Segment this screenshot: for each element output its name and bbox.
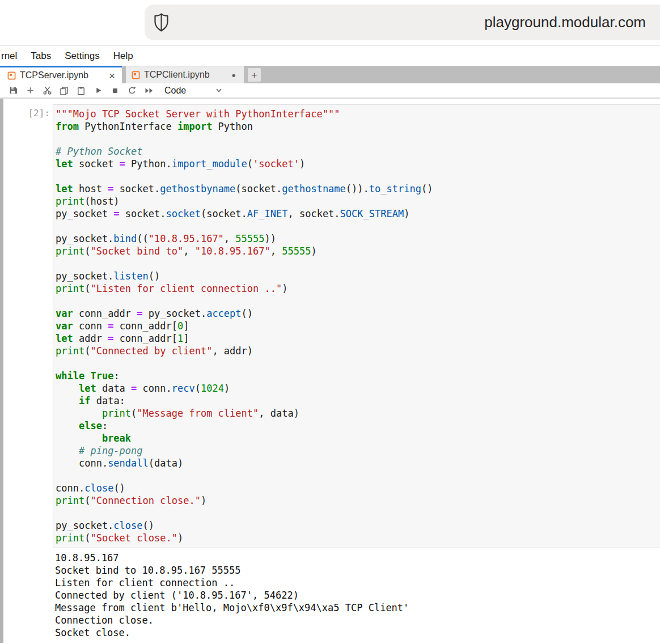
url-text[interactable]: playground.modular.com — [170, 14, 660, 31]
output-line: Connection close. — [55, 614, 660, 626]
code-line — [56, 257, 660, 270]
code-line: print("Socket close.") — [56, 532, 660, 544]
output-line: Socket close. — [55, 626, 660, 639]
tab-label: TCPClient.ipynb — [144, 70, 231, 80]
code-editor[interactable]: """Mojo TCP Socket Server with PythonInt… — [53, 104, 660, 548]
code-line — [56, 133, 660, 145]
code-line: print("Listen for client connection ..") — [56, 282, 660, 295]
code-line: print("Socket bind to", "10.8.95.167", 5… — [56, 245, 660, 257]
notebook-panel: [2]: """Mojo TCP Socket Server with Pyth… — [0, 99, 660, 643]
code-line: var conn_addr = py_socket.accept() — [56, 307, 660, 320]
address-bar[interactable]: playground.modular.com — [145, 5, 660, 40]
menu-bar: rnel Tabs Settings Help — [0, 45, 660, 66]
code-line: print(host) — [56, 195, 660, 207]
output-line: Socket bind to 10.8.95.167 55555 — [55, 564, 660, 577]
browser-chrome: playground.modular.com — [0, 0, 660, 45]
paste-cell-icon[interactable] — [73, 84, 90, 98]
code-line: from PythonInterface import Python — [56, 120, 660, 133]
code-line: else: — [56, 420, 660, 432]
run-all-icon[interactable] — [141, 84, 158, 98]
copy-cell-icon[interactable] — [56, 84, 73, 98]
output-line: 10.8.95.167 — [55, 552, 660, 564]
notebook-toolbar: Code — [0, 83, 660, 99]
code-line: py_socket.close() — [56, 519, 660, 532]
code-line: if data: — [56, 395, 660, 407]
code-line — [56, 170, 660, 183]
code-line — [56, 295, 660, 307]
cell-type-dropdown[interactable]: Code — [164, 86, 222, 96]
execution-prompt: [2]: — [0, 104, 53, 548]
save-icon[interactable] — [5, 84, 22, 98]
code-line: """Mojo TCP Socket Server with PythonInt… — [56, 108, 660, 120]
document-tab-bar: TCPServer.ipynb × TCPClient.ipynb ● + — [0, 66, 660, 83]
tab-tcpclient[interactable]: TCPClient.ipynb ● — [126, 66, 244, 83]
add-cell-icon[interactable] — [22, 84, 39, 98]
code-line — [56, 220, 660, 232]
cell-type-label: Code — [164, 86, 186, 96]
code-line: let data = conn.recv(1024) — [56, 382, 660, 395]
code-line: py_socket = socket.socket(socket.AF_INET… — [56, 207, 660, 220]
menu-settings[interactable]: Settings — [65, 50, 99, 62]
new-tab-button[interactable]: + — [248, 68, 261, 82]
code-line: py_socket.bind(("10.8.95.167", 55555)) — [56, 232, 660, 245]
unsaved-dot-icon: ● — [231, 71, 236, 79]
cut-cell-icon[interactable] — [39, 84, 56, 98]
code-line: # Python Socket — [56, 145, 660, 158]
menu-kernel[interactable]: rnel — [1, 50, 17, 62]
cell-output: 10.8.95.167Socket bind to 10.8.95.167 55… — [55, 552, 660, 639]
restart-kernel-icon[interactable] — [124, 84, 141, 98]
output-line: Listen for client connection .. — [55, 577, 660, 589]
output-line: Connected by client ('10.8.95.167', 5462… — [55, 589, 660, 601]
notebook-icon — [7, 71, 16, 80]
code-line: conn.sendall(data) — [56, 457, 660, 469]
code-line: conn.close() — [56, 482, 660, 494]
tab-label: TCPServer.ipynb — [20, 70, 109, 80]
code-line: let addr = conn_addr[1] — [56, 332, 660, 345]
code-line: let socket = Python.import_module('socke… — [56, 158, 660, 170]
code-line — [56, 469, 660, 482]
tab-tcpserver[interactable]: TCPServer.ipynb × — [0, 66, 122, 83]
close-tab-icon[interactable]: × — [109, 70, 115, 81]
notebook-icon — [132, 71, 140, 79]
code-line: py_socket.listen() — [56, 270, 660, 282]
run-cell-icon[interactable] — [90, 84, 107, 98]
code-line — [56, 357, 660, 370]
menu-help[interactable]: Help — [113, 50, 133, 62]
privacy-shield-icon[interactable] — [153, 12, 170, 33]
chevron-down-icon — [215, 88, 222, 93]
code-line: break — [56, 432, 660, 444]
menu-tabs[interactable]: Tabs — [31, 50, 51, 62]
code-line: var conn = conn_addr[0] — [56, 320, 660, 332]
code-line: while True: — [56, 370, 660, 382]
code-cell: [2]: """Mojo TCP Socket Server with Pyth… — [0, 99, 660, 548]
code-line: print("Connected by client", addr) — [56, 345, 660, 357]
code-line: print("Message from client", data) — [56, 407, 660, 420]
toolbar-buttons — [5, 84, 158, 98]
code-line: # ping-pong — [56, 444, 660, 457]
stop-kernel-icon[interactable] — [107, 84, 124, 98]
output-line: Message from client b'Hello, Mojo\xf0\x9… — [55, 601, 660, 614]
code-line: print("Connection close.") — [56, 494, 660, 507]
cell-collapser-strip — [0, 99, 4, 643]
code-line: let host = socket.gethostbyname(socket.g… — [56, 183, 660, 195]
code-line — [56, 507, 660, 519]
